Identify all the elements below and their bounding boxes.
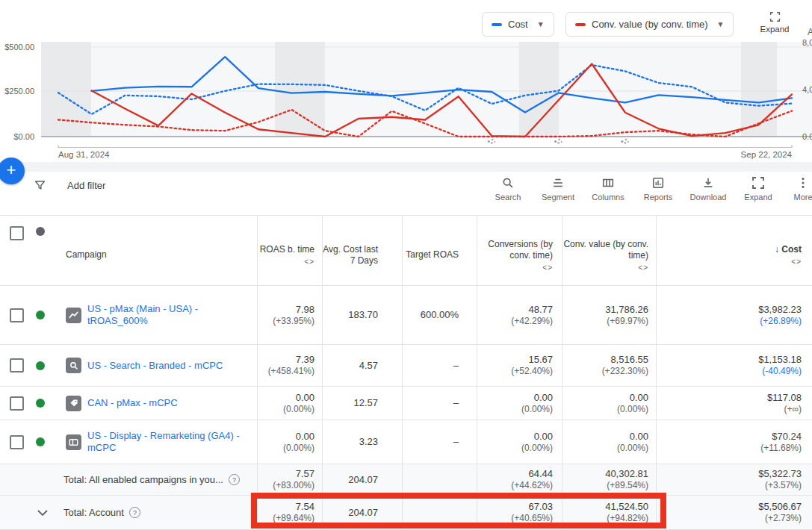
tag-icon [66,396,81,411]
total-row: Total: All enabled campaigns in you... ?… [0,464,812,496]
row-status-cell[interactable] [33,286,57,344]
expand-icon [751,176,765,190]
metric-selector-cost[interactable]: Cost ▼ [482,12,554,37]
display-icon [66,434,81,450]
total-row: Total: Account ?7.54(+89.64%)204.0767.03… [0,496,812,530]
chart-expand-label: Expand [753,25,796,34]
chart-expand-button[interactable]: Expand [753,11,796,34]
more-vertical-icon [796,176,810,190]
campaign-link[interactable]: US - pMax (Main - USA) - tROAS_600% [87,303,241,327]
campaign-name-cell: US - Display - Remarketing (GA4) - mCPC [57,420,257,464]
row-status-cell[interactable] [33,420,57,464]
conv-value-cell: 41,524.50(+94.82%) [562,496,656,529]
campaign-row: US - pMax (Main - USA) - tROAS_600%7.98(… [0,286,812,345]
collapse-chevron-icon[interactable] [37,510,48,516]
target-roas-cell: – [402,420,477,464]
row-status-cell[interactable] [33,345,57,386]
campaign-header-cell[interactable]: Campaign [57,216,257,285]
expand-button[interactable]: Expand [737,176,780,202]
reports-icon [651,176,665,190]
status-header-cell[interactable] [33,216,57,285]
cost-cell: $117.08(+∞) [656,387,812,420]
campaign-link[interactable]: US - Search - Branded - mCPC [87,360,223,372]
table-toolbar: Add filter Search Segment Columns [0,172,812,215]
y-axis-tick-left: $250.00 [0,87,34,96]
help-icon[interactable]: ? [229,474,240,485]
target-roas-header-cell[interactable]: Target ROAS [402,216,477,285]
metric-selector-label: Cost [508,19,528,30]
campaign-link[interactable]: CAN - pMax - mCPC [87,397,178,409]
segment-icon [551,176,565,190]
avg-cost-cell: 3.23 [322,420,402,464]
columns-button[interactable]: Columns [586,176,630,202]
campaign-header-label: Campaign [66,249,257,261]
row-checkbox[interactable] [10,308,24,322]
roas-header-cell[interactable]: ROAS b. time <> [257,216,322,285]
reports-button[interactable]: Reports [636,176,680,202]
segment-label: Segment [536,193,580,202]
total-lead-cell [0,496,33,529]
cost-cell: $3,982.23(+26.89%) [656,286,812,344]
conv-value-header-cell[interactable]: Conv. value (by conv. time) <> [562,216,656,285]
total-chevron-cell [33,464,57,495]
cost-cell: $5,506.67(+2.73%) [656,496,812,529]
row-checkbox[interactable] [10,435,24,449]
status-dot-enabled [36,361,45,370]
target-roas-header-label: Target ROAS [403,249,459,261]
download-button[interactable]: Download [687,176,730,202]
y-axis-tick-right: 8,0 [802,38,812,47]
total-lead-cell [0,464,33,495]
roas-header-label: ROAS b. time [258,244,314,255]
expand-label: Expand [737,193,780,202]
search-button[interactable]: Search [486,176,530,202]
add-filter-button[interactable]: Add filter [34,179,105,192]
metric-selector-label: Conv. value (by conv. time) [592,19,708,30]
cost-series-swatch [492,23,502,26]
more-button[interactable]: More [781,176,812,202]
target-roas-cell [402,464,477,495]
avg-cost-header-label: Avg. Cost last 7 Days [323,244,378,266]
segment-button[interactable]: Segment [536,176,580,202]
status-filter-dot [36,227,45,236]
metric-selector-conv-value[interactable]: Conv. value (by conv. time) ▼ [565,12,734,37]
chevron-down-icon: ▼ [537,20,545,28]
download-label: Download [687,193,730,202]
campaign-link[interactable]: US - Display - Remarketing (GA4) - mCPC [87,430,241,454]
table-header-row: Campaign ROAS b. time <> Avg. Cost last … [0,215,812,286]
roas-cell: 7.54(+89.64%) [257,496,322,529]
sort-range-glyph: <> [562,264,648,272]
avg-cost-cell: 4.57 [322,345,402,386]
conversions-cell: 0.00(0.00%) [477,420,562,464]
search-label: Search [486,193,530,202]
cost-header-cell[interactable]: ↓ Cost <> [656,216,812,285]
avg-cost-header-cell[interactable]: Avg. Cost last 7 Days [322,216,402,285]
row-checkbox[interactable] [10,358,24,372]
more-label: More [781,193,812,202]
conversions-header-cell[interactable]: Conversions (by conv. time) <> [477,216,562,285]
row-checkbox[interactable] [10,396,24,411]
sort-descending-arrow: ↓ [775,244,779,255]
select-all-checkbox[interactable] [10,226,24,240]
conv-value-cell: 0.00(0.00%) [562,387,656,420]
row-status-cell[interactable] [33,387,57,420]
campaigns-table: Campaign ROAS b. time <> Avg. Cost last … [0,215,812,530]
target-roas-cell: 600.00% [402,286,477,344]
conv-value-header-label: Conv. value (by conv. time) [562,239,648,261]
y-axis-tick-right: 0.0 [802,132,812,141]
cost-cell: $1,153.18(-40.49%) [656,345,812,386]
download-icon [701,176,715,190]
search-tile-icon [66,358,81,373]
y-axis-tick-left: $500.00 [0,43,34,52]
conversions-cell: 67.03(+40.65%) [477,496,562,529]
total-name-cell: Total: Account ? [57,496,257,529]
help-icon[interactable]: ? [129,507,140,518]
conversions-header-label: Conversions (by conv. time) [477,239,553,261]
conv-value-series-swatch [575,23,586,26]
search-icon [501,176,515,190]
conversions-cell: 15.67(+52.40%) [477,345,562,386]
columns-icon [601,176,615,190]
cost-cell: $5,322.73(+3.57%) [656,464,812,495]
roas-cell: 7.98(+33.95%) [257,286,322,344]
avg-cost-cell: 204.07 [322,496,402,529]
performance-chart-icon [66,308,81,323]
